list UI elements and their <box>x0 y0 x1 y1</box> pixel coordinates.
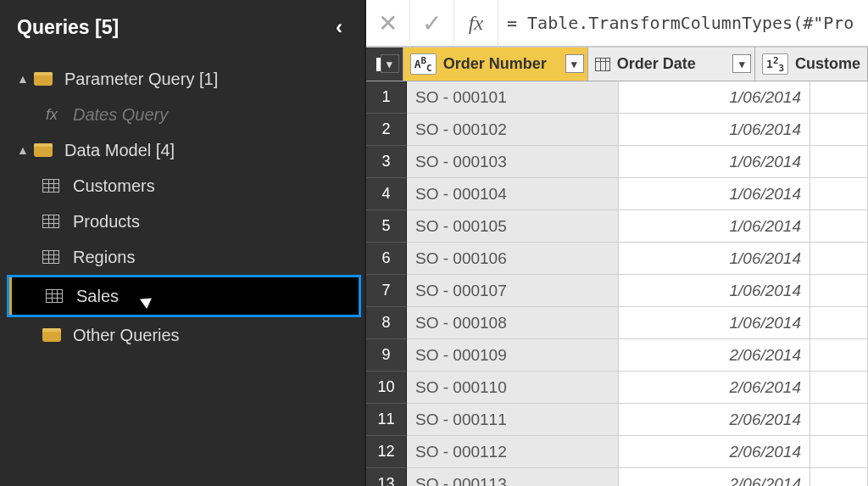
cell-customer[interactable] <box>810 243 868 275</box>
row-number-cell[interactable]: 10 <box>366 371 407 404</box>
collapse-pane-button[interactable]: ‹ <box>331 15 348 39</box>
table-icon <box>42 215 59 228</box>
table-row[interactable]: 13SO - 0001132/06/2014 <box>366 468 868 486</box>
cell-customer[interactable] <box>810 307 868 339</box>
folder-icon <box>42 328 61 342</box>
cell-order-date[interactable]: 1/06/2014 <box>619 210 810 243</box>
cell-order-date[interactable]: 2/06/2014 <box>619 371 810 404</box>
cell-customer[interactable] <box>810 436 868 468</box>
row-number-cell[interactable]: 4 <box>366 178 407 210</box>
folder-label: Data Model [4] <box>64 141 175 160</box>
cell-order-number[interactable]: SO - 000107 <box>407 275 619 307</box>
cell-order-number[interactable]: SO - 000110 <box>407 371 619 404</box>
cell-order-date[interactable]: 2/06/2014 <box>619 436 810 468</box>
text-type-icon: ABC <box>410 53 437 75</box>
cancel-formula-button[interactable]: ✕ <box>366 0 410 47</box>
query-label: Sales <box>76 287 119 306</box>
query-regions[interactable]: Regions <box>0 239 364 275</box>
cell-order-date[interactable]: 1/06/2014 <box>619 307 810 339</box>
query-label: Dates Query <box>73 105 168 125</box>
cell-order-number[interactable]: SO - 000106 <box>407 243 619 275</box>
cell-order-number[interactable]: SO - 000104 <box>407 178 619 210</box>
cell-order-date[interactable]: 1/06/2014 <box>619 275 810 307</box>
table-row[interactable]: 7SO - 0001071/06/2014 <box>366 275 868 307</box>
column-label: Order Number <box>443 55 547 73</box>
cell-order-number[interactable]: SO - 000109 <box>407 339 619 371</box>
table-row[interactable]: 4SO - 0001041/06/2014 <box>366 178 868 210</box>
row-number-cell[interactable]: 13 <box>366 468 407 486</box>
cell-customer[interactable] <box>810 371 868 404</box>
cell-order-number[interactable]: SO - 000111 <box>407 404 619 436</box>
fx-icon: fx <box>42 106 61 124</box>
column-header-order-number[interactable]: ABC Order Number ▾ <box>403 47 588 81</box>
cell-order-number[interactable]: SO - 000112 <box>407 436 619 468</box>
dropdown-icon[interactable]: ▾ <box>381 54 399 73</box>
formula-input[interactable]: = Table.TransformColumnTypes(#"Pro <box>498 13 868 33</box>
row-number-cell[interactable]: 3 <box>366 146 407 178</box>
table-row[interactable]: 10SO - 0001102/06/2014 <box>366 371 868 404</box>
column-header-order-date[interactable]: Order Date ▾ <box>588 47 755 81</box>
cell-order-number[interactable]: SO - 000101 <box>407 81 619 114</box>
row-number-cell[interactable]: 11 <box>366 404 407 436</box>
folder-other-queries[interactable]: Other Queries <box>0 317 364 353</box>
grid-body: 1SO - 0001011/06/20142SO - 0001021/06/20… <box>366 81 868 486</box>
cell-order-number[interactable]: SO - 000108 <box>407 307 619 339</box>
dropdown-icon[interactable]: ▾ <box>565 54 584 73</box>
cell-order-date[interactable]: 1/06/2014 <box>619 178 810 210</box>
cell-customer[interactable] <box>810 468 868 486</box>
row-number-cell[interactable]: 12 <box>366 436 407 468</box>
cell-customer[interactable] <box>810 81 868 114</box>
row-number-cell[interactable]: 8 <box>366 307 407 339</box>
cell-order-date[interactable]: 1/06/2014 <box>619 81 810 114</box>
row-number-cell[interactable]: 5 <box>366 210 407 243</box>
fx-button[interactable]: fx <box>454 0 498 47</box>
caret-down-icon: ▲ <box>17 72 31 86</box>
folder-data-model[interactable]: ▲ Data Model [4] <box>0 132 364 168</box>
table-row[interactable]: 11SO - 0001112/06/2014 <box>366 404 868 436</box>
folder-label: Parameter Query [1] <box>64 70 218 89</box>
query-label: Customers <box>73 176 155 196</box>
cell-order-number[interactable]: SO - 000103 <box>407 146 619 178</box>
column-header-customer[interactable]: 123 Custome <box>755 47 868 81</box>
cell-order-date[interactable]: 2/06/2014 <box>619 404 810 436</box>
cell-order-number[interactable]: SO - 000102 <box>407 114 619 146</box>
table-row[interactable]: 1SO - 0001011/06/2014 <box>366 81 868 114</box>
cell-order-date[interactable]: 2/06/2014 <box>619 339 810 371</box>
accept-formula-button[interactable]: ✓ <box>410 0 454 47</box>
cell-customer[interactable] <box>810 404 868 436</box>
row-header-corner[interactable]: ▾ <box>366 47 403 81</box>
table-row[interactable]: 3SO - 0001031/06/2014 <box>366 146 868 178</box>
table-row[interactable]: 12SO - 0001122/06/2014 <box>366 436 868 468</box>
row-number-cell[interactable]: 1 <box>366 81 407 114</box>
dropdown-icon[interactable]: ▾ <box>732 54 751 73</box>
table-row[interactable]: 6SO - 0001061/06/2014 <box>366 243 868 275</box>
date-type-icon <box>595 58 610 71</box>
cell-customer[interactable] <box>810 210 868 243</box>
cell-order-date[interactable]: 1/06/2014 <box>619 114 810 146</box>
cell-order-date[interactable]: 1/06/2014 <box>619 146 810 178</box>
cell-order-number[interactable]: SO - 000113 <box>407 468 619 486</box>
table-row[interactable]: 9SO - 0001092/06/2014 <box>366 339 868 371</box>
cell-customer[interactable] <box>810 339 868 371</box>
folder-parameter-query[interactable]: ▲ Parameter Query [1] <box>0 61 364 97</box>
column-label: Custome <box>795 55 860 73</box>
cell-customer[interactable] <box>810 114 868 146</box>
cell-order-number[interactable]: SO - 000105 <box>407 210 619 243</box>
query-customers[interactable]: Customers <box>0 168 364 204</box>
cell-order-date[interactable]: 2/06/2014 <box>619 468 810 486</box>
query-sales[interactable]: Sales <box>8 277 359 316</box>
table-row[interactable]: 8SO - 0001081/06/2014 <box>366 307 868 339</box>
row-number-cell[interactable]: 7 <box>366 275 407 307</box>
cell-customer[interactable] <box>810 146 868 178</box>
data-grid: ▾ ABC Order Number ▾ Order Date ▾ 123 Cu… <box>366 47 868 486</box>
row-number-cell[interactable]: 9 <box>366 339 407 371</box>
cell-order-date[interactable]: 1/06/2014 <box>619 243 810 275</box>
query-dates-query[interactable]: fx Dates Query <box>0 97 364 132</box>
row-number-cell[interactable]: 2 <box>366 114 407 146</box>
table-row[interactable]: 5SO - 0001051/06/2014 <box>366 210 868 243</box>
table-row[interactable]: 2SO - 0001021/06/2014 <box>366 114 868 146</box>
query-products[interactable]: Products <box>0 204 364 239</box>
cell-customer[interactable] <box>810 275 868 307</box>
row-number-cell[interactable]: 6 <box>366 243 407 275</box>
cell-customer[interactable] <box>810 178 868 210</box>
